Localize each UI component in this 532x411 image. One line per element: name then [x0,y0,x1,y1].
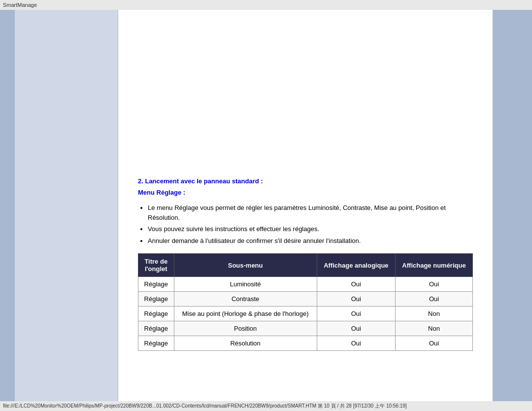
table-cell: Oui [317,321,395,336]
table-cell: Oui [395,336,472,351]
table-cell: Contraste [174,292,317,307]
col-header-submenu: Sous-menu [174,254,317,277]
table-header-row: Titre del'onglet Sous-menu Affichage ana… [138,254,473,277]
section-heading-1: 2. Lancement avec le panneau standard : [138,177,473,185]
top-bar: SmartManage [0,0,532,10]
bullet-item-1: Le menu Réglage vous permet de régler le… [148,203,473,222]
left-sidebar [0,10,118,401]
app-title: SmartManage [3,2,37,8]
table-row: RéglageLuminositéOuiOui [138,277,473,292]
table-row: RéglagePositionOuiNon [138,321,473,336]
table-cell: Mise au point (Horloge & phase de l'horl… [174,307,317,321]
table-row: RéglageRésolutionOuiOui [138,336,473,351]
table-cell: Position [174,321,317,336]
table-cell: Oui [395,292,472,307]
section-heading-2: Menu Réglage : [138,189,473,196]
table-cell: Réglage [138,336,174,351]
table-cell: Oui [317,277,395,292]
data-table: Titre del'onglet Sous-menu Affichage ana… [138,253,473,351]
table-cell: Non [395,321,472,336]
table-cell: Réglage [138,277,174,292]
table-cell: Oui [317,307,395,321]
table-body: RéglageLuminositéOuiOuiRéglageContrasteO… [138,277,473,351]
col-header-numeric: Affichage numérique [395,254,472,277]
bullet-list: Le menu Réglage vous permet de régler le… [148,203,473,245]
left-sidebar-accent [0,10,15,401]
table-cell: Résolution [174,336,317,351]
table-cell: Oui [317,292,395,307]
status-path: file:///E:/LCD%20Monitor%20OEM/Philips/M… [3,403,407,410]
bullet-item-2: Vous pouvez suivre les instructions et e… [148,224,473,234]
table-cell: Non [395,307,472,321]
table-row: RéglageContrasteOuiOui [138,292,473,307]
table-cell: Oui [317,336,395,351]
bullet-item-3: Annuler demande à l'utilisateur de confi… [148,236,473,246]
right-sidebar-accent [493,10,532,401]
bottom-bar: file:///E:/LCD%20Monitor%20OEM/Philips/M… [0,401,532,411]
right-sidebar [493,10,532,401]
col-header-tab: Titre del'onglet [138,254,174,277]
table-cell: Réglage [138,307,174,321]
table-cell: Luminosité [174,277,317,292]
col-header-analog: Affichage analogique [317,254,395,277]
table-cell: Réglage [138,292,174,307]
table-row: RéglageMise au point (Horloge & phase de… [138,307,473,321]
main-content: 2. Lancement avec le panneau standard : … [118,10,493,401]
table-cell: Oui [395,277,472,292]
table-cell: Réglage [138,321,174,336]
